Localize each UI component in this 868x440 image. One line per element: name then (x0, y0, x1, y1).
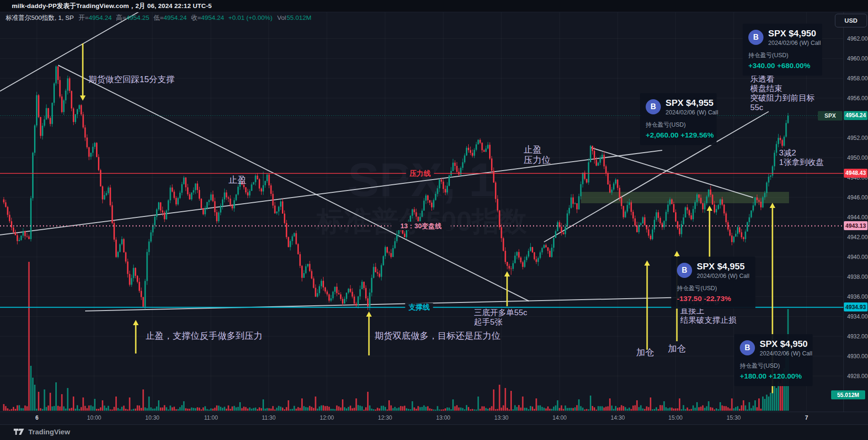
time-tick-label: 15:00 (668, 414, 683, 421)
trade-card-title: SPX $4,955 (697, 262, 749, 272)
pnl-label: 持仓盈亏(USD) (677, 285, 750, 293)
price-tick-label: 4944.00 (847, 214, 868, 221)
pnl-value: +180.00 +120.00% (740, 372, 807, 380)
price-tick-label: 4962.00 (847, 35, 868, 42)
time-tick-label: 11:30 (262, 414, 275, 421)
price-tick-label: 4950.00 (847, 155, 868, 161)
price-badge: 4943.13 (844, 221, 868, 230)
note-triple-bottom[interactable]: 三底开多单55c 起手5张 (474, 308, 527, 327)
price-tick-label: 4958.00 (847, 75, 868, 82)
time-tick-label: 13:00 (436, 414, 450, 421)
line-label[interactable]: 压力线 (409, 169, 431, 177)
time-tick-label: 6 (35, 414, 39, 421)
trade-card-header: BSPX $4,9502024/02/06 (W) Call (740, 339, 807, 357)
price-tick-label: 4960.00 (847, 55, 868, 62)
trade-card-subtitle: 2024/02/06 (W) Call (697, 273, 749, 279)
price-tick-label: 4946.00 (847, 194, 868, 201)
trade-card-3[interactable]: BSPX $4,9552024/02/06 (W) Call持仓盈亏(USD)-… (671, 257, 755, 309)
time-tick-label: 11:00 (204, 414, 218, 421)
trade-card-4[interactable]: BSPX $4,9502024/02/06 (W) Call持仓盈亏(USD)+… (734, 334, 813, 386)
ohlc-segment: 开= (79, 14, 88, 22)
price-axis[interactable]: 4962.004960.004958.004956.004952.004950.… (843, 12, 868, 412)
price-tick-label: 4952.00 (847, 135, 868, 141)
trade-card-titles: SPX $4,9502024/02/06 (W) Call (768, 29, 821, 46)
broker-avatar: B (748, 30, 763, 45)
trade-card-title: SPX $4,950 (768, 29, 821, 39)
price-tick-label: 4934.00 (847, 313, 868, 320)
price-badge: 4948.43 (844, 169, 868, 178)
price-tick-label: 4942.00 (847, 234, 868, 241)
tradingview-logo[interactable]: TradingView (13, 428, 70, 436)
published-byline: milk-daddy-PP发表于TradingView.com，2月 06, 2… (12, 2, 212, 10)
trade-card-header: BSPX $4,9552024/02/06 (W) Call (646, 98, 711, 116)
pnl-label: 持仓盈亏(USD) (748, 52, 816, 60)
pnl-label: 持仓盈亏(USD) (740, 362, 807, 370)
trade-card-2[interactable]: BSPX $4,9552024/02/06 (W) Call持仓盈亏(USD)+… (640, 93, 717, 145)
price-badge: 4934.93 (844, 302, 868, 311)
broker-avatar: B (740, 340, 755, 355)
bottom-toolbar: TradingView (0, 424, 868, 440)
time-tick-label: 12:00 (320, 414, 334, 421)
time-tick-label: 12:30 (378, 414, 392, 421)
price-tick-label: 4932.00 (847, 333, 868, 340)
trade-card-title: SPX $4,955 (666, 98, 718, 108)
note-reverse-long[interactable]: 止盈，支撑位反手做多到压力 (146, 331, 263, 341)
ohlc-segment: 4954.24 (164, 14, 187, 21)
trade-card-title: SPX $4,950 (760, 339, 812, 349)
trade-card-header: BSPX $4,9552024/02/06 (W) Call (677, 262, 750, 279)
price-tick-label: 4938.00 (847, 274, 868, 280)
trade-card-subtitle: 2024/02/06 (W) Call (666, 109, 718, 116)
note-double-bottom[interactable]: 期货双底做多，目标还是压力位 (375, 331, 500, 341)
line-label[interactable]: 13：30变盘线 (400, 222, 441, 230)
broker-avatar: B (677, 263, 692, 278)
note-lottery[interactable]: 乐透看 横盘结束 突破阻力到前目标 55c (750, 75, 815, 112)
broker-avatar: B (646, 99, 661, 114)
price-tick-label: 4956.00 (847, 95, 868, 102)
pnl-value: +2,060.00 +129.56% (646, 131, 711, 139)
note-add-1[interactable]: 加仓 (636, 347, 654, 358)
ohlc-segment: 标准普尔500指数, 1, SP (6, 14, 74, 22)
note-short-pullback[interactable]: 期货做空回踩15分支撑 (88, 75, 175, 85)
symbol-price-tag: SPX (818, 111, 842, 121)
currency-toggle-button[interactable]: USD (835, 14, 867, 27)
trade-card-titles: SPX $4,9552024/02/06 (W) Call (697, 262, 749, 279)
time-tick-label: 13:30 (494, 414, 509, 421)
ohlc-segment: 收= (191, 14, 201, 22)
tradingview-chart-window: SPX, 1 标准普尔500指数 压力线13：30变盘线支撑线 milk-dad… (0, 0, 868, 440)
price-tick-label: 4928.00 (847, 373, 868, 380)
trade-card-titles: SPX $4,9502024/02/06 (W) Call (760, 339, 812, 357)
pnl-value: -137.50 -22.73% (677, 294, 750, 303)
tradingview-logo-icon (13, 428, 25, 436)
price-badge: 4954.24 (844, 111, 868, 120)
note-tp-pressure[interactable]: 止盈 压力位 (524, 145, 551, 166)
trendlines-layer (0, 0, 769, 311)
ohlc-segment: +0.01 (+0.00%) (228, 14, 272, 21)
note-add-2[interactable]: 加仓 (668, 344, 686, 354)
trade-card-subtitle: 2024/02/06 (W) Call (768, 40, 821, 46)
highlight-zone-layer (581, 192, 789, 203)
trade-card-1[interactable]: BSPX $4,9502024/02/06 (W) Call持仓盈亏(USD)+… (743, 24, 822, 76)
symbol-ohlc-row[interactable]: 标准普尔500指数, 1, SP开=4954.24高=4954.25低=4954… (6, 14, 311, 22)
ohlc-segment: 55.012M (287, 14, 312, 21)
trade-card-titles: SPX $4,9552024/02/06 (W) Call (666, 98, 718, 116)
ohlc-segment: 4954.24 (201, 14, 224, 21)
time-tick-label: 14:00 (552, 414, 567, 421)
note-3minus2[interactable]: 3减2 1张拿到收盘 (779, 148, 824, 167)
ohlc-segment: 4954.24 (88, 14, 112, 21)
tradingview-logo-text: TradingView (28, 428, 70, 436)
pnl-value: +340.00 +680.00% (748, 61, 816, 70)
ohlc-segment: Vol (277, 14, 286, 21)
time-axis[interactable]: 610:0010:3011:0011:3012:0012:3013:0013:3… (0, 412, 868, 425)
note-take-profit-1[interactable]: 止盈 (228, 175, 246, 185)
line-label[interactable]: 支撑线 (408, 303, 430, 311)
pnl-label: 持仓盈亏(USD) (646, 121, 711, 129)
ohlc-segment: 4954.25 (126, 14, 149, 21)
price-badge: 55.012M (831, 390, 865, 399)
price-tick-label: 4940.00 (847, 254, 868, 260)
price-tick-label: 4936.00 (847, 293, 868, 300)
time-tick-label: 10:00 (87, 414, 101, 421)
ohlc-segment: 低= (153, 14, 163, 22)
time-tick-label: 14:30 (611, 414, 625, 421)
time-tick-label: 7 (805, 414, 808, 421)
trade-card-header: BSPX $4,9502024/02/06 (W) Call (748, 29, 816, 46)
